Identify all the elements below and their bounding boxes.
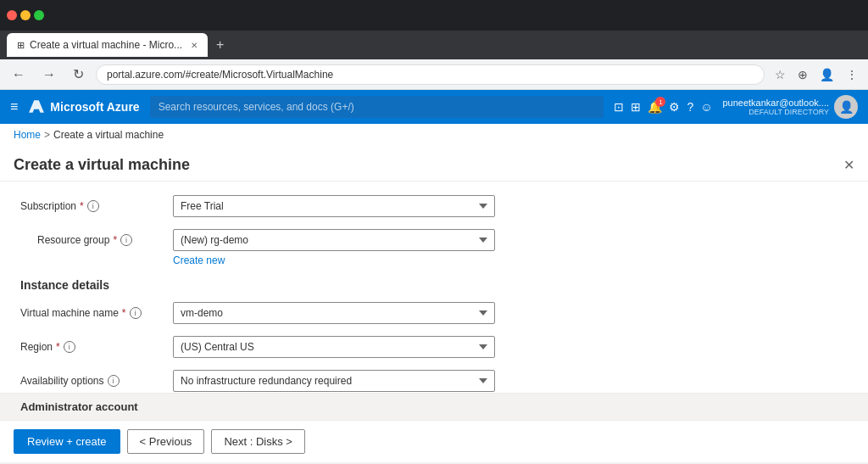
extension-icon[interactable]: ⊕: [794, 66, 811, 83]
vm-name-select[interactable]: vm-demo: [173, 302, 495, 324]
next-disks-button[interactable]: Next : Disks >: [211, 429, 305, 454]
breadcrumb-current: Create a virtual machine: [53, 129, 164, 141]
profile-icon[interactable]: 👤: [816, 66, 837, 83]
panel-footer: Review + create < Previous Next : Disks …: [0, 420, 868, 462]
azure-logo: Microsoft Azure: [28, 98, 139, 115]
availability-info-icon[interactable]: i: [108, 375, 120, 387]
previous-button[interactable]: < Previous: [127, 429, 205, 454]
refresh-button[interactable]: ↻: [68, 64, 89, 84]
tab-close-icon[interactable]: ✕: [191, 41, 198, 50]
bookmark-icon[interactable]: ☆: [771, 66, 789, 83]
settings-icon[interactable]: ⚙: [669, 100, 680, 114]
resource-group-control: (New) rg-demo Create new: [173, 229, 495, 266]
user-info[interactable]: puneetkankar@outlook.... DEFAULT DIRECTO…: [722, 95, 858, 119]
back-button[interactable]: ←: [7, 65, 31, 84]
directory-icon[interactable]: ⊞: [631, 100, 641, 114]
region-select[interactable]: (US) Central US: [173, 336, 495, 358]
notification-badge: 1: [655, 97, 665, 107]
region-control: (US) Central US: [173, 336, 495, 358]
forward-button[interactable]: →: [37, 65, 61, 84]
availability-row: Availability options i No infrastructure…: [20, 370, 848, 392]
region-row: Region * i (US) Central US: [20, 336, 848, 358]
subscription-row: Subscription * i Free Trial: [20, 195, 848, 217]
address-input[interactable]: [96, 64, 765, 85]
breadcrumb-separator: >: [44, 129, 50, 141]
user-email: puneetkankar@outlook....: [722, 98, 829, 108]
create-vm-panel: Create a virtual machine ✕ Subscription …: [0, 146, 868, 462]
resource-group-row: Resource group * i (New) rg-demo Create …: [20, 229, 848, 266]
notifications-icon[interactable]: 🔔 1: [648, 100, 662, 114]
cloud-shell-icon[interactable]: ⊡: [614, 100, 624, 114]
browser-chrome: [0, 0, 868, 31]
availability-select[interactable]: No infrastructure redundancy required: [173, 370, 495, 392]
breadcrumb-home[interactable]: Home: [14, 129, 41, 141]
subscription-required: *: [80, 200, 84, 212]
rg-info-icon[interactable]: i: [120, 234, 132, 246]
region-label: Region * i: [20, 336, 173, 353]
vm-name-control: vm-demo: [173, 302, 495, 324]
tab-title: Create a virtual machine - Micro...: [30, 39, 182, 51]
resource-group-select[interactable]: (New) rg-demo: [173, 229, 495, 251]
new-tab-button[interactable]: +: [211, 37, 229, 53]
window-controls: [7, 10, 44, 20]
subscription-label: Subscription * i: [20, 195, 173, 212]
availability-control: No infrastructure redundancy required: [173, 370, 495, 392]
azure-header: ≡ Microsoft Azure ⊡ ⊞ 🔔 1 ⚙ ? ☺ puneetka…: [0, 90, 868, 124]
review-create-button[interactable]: Review + create: [14, 429, 120, 454]
subscription-select[interactable]: Free Trial: [173, 195, 495, 217]
user-directory: DEFAULT DIRECTORY: [722, 108, 829, 116]
window-maximize-button[interactable]: [34, 10, 44, 20]
address-bar: ← → ↻ ☆ ⊕ 👤 ⋮: [0, 59, 868, 90]
azure-logo-icon: [28, 98, 45, 115]
window-minimize-button[interactable]: [20, 10, 31, 20]
create-new-link[interactable]: Create new: [173, 254, 495, 266]
tab-bar: ⊞ Create a virtual machine - Micro... ✕ …: [0, 31, 868, 59]
breadcrumb: Home > Create a virtual machine: [0, 124, 868, 146]
azure-logo-text: Microsoft Azure: [50, 100, 139, 114]
header-icons: ⊡ ⊞ 🔔 1 ⚙ ? ☺: [614, 100, 712, 114]
resource-group-label: Resource group: [20, 234, 109, 246]
window-close-button[interactable]: [7, 10, 17, 20]
rg-required: *: [113, 234, 117, 246]
vm-name-row: Virtual machine name * i vm-demo: [20, 302, 848, 324]
panel-header: Create a virtual machine ✕: [0, 146, 868, 182]
admin-section-header: Administrator account: [0, 393, 868, 420]
panel-close-button[interactable]: ✕: [843, 157, 854, 173]
address-bar-icons: ☆ ⊕ 👤 ⋮: [771, 66, 861, 83]
vm-name-label: Virtual machine name * i: [20, 302, 173, 319]
tab-favicon: ⊞: [17, 40, 25, 51]
active-tab[interactable]: ⊞ Create a virtual machine - Micro... ✕: [7, 33, 208, 57]
form-content: Subscription * i Free Trial Resource gro…: [0, 182, 868, 393]
instance-details-section: Instance details: [20, 278, 848, 292]
hamburger-icon[interactable]: ≡: [10, 99, 18, 115]
azure-search-input[interactable]: [150, 96, 604, 118]
feedback-icon[interactable]: ☺: [700, 100, 712, 114]
menu-icon[interactable]: ⋮: [843, 66, 861, 83]
subscription-info-icon[interactable]: i: [87, 200, 99, 212]
panel-title: Create a virtual machine: [14, 156, 190, 174]
user-avatar[interactable]: 👤: [834, 95, 858, 119]
subscription-control: Free Trial: [173, 195, 495, 217]
vm-name-info-icon[interactable]: i: [130, 307, 142, 319]
help-icon[interactable]: ?: [687, 100, 693, 114]
resource-group-label-container: Resource group * i: [20, 229, 173, 246]
region-info-icon[interactable]: i: [64, 341, 75, 353]
availability-label: Availability options i: [20, 370, 173, 387]
